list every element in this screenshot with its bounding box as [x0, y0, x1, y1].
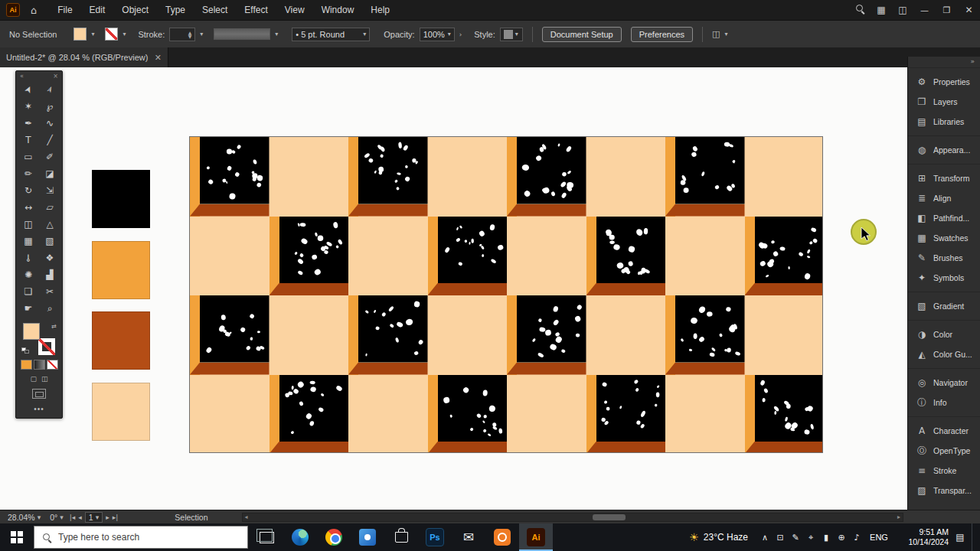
menu-effect[interactable]: Effect [236, 0, 276, 20]
artwork-swatch-orange[interactable] [92, 241, 150, 299]
close-button[interactable]: ✕ [958, 0, 980, 20]
panel-button-properties[interactable]: ⚙Properties [908, 72, 980, 92]
curvature-tool[interactable]: ∿ [39, 115, 60, 132]
screen-mode-icon[interactable] [32, 389, 46, 399]
column-graph-tool[interactable]: ▟ [39, 266, 60, 283]
fill-color-swatch[interactable] [74, 28, 87, 41]
slice-tool[interactable]: ✂ [39, 283, 60, 300]
gradient-mode-button[interactable] [34, 360, 45, 370]
taskbar-app-edge[interactable] [283, 523, 317, 551]
dock-collapse-icon[interactable]: » [908, 57, 980, 67]
hidden-icons-chevron[interactable]: ∧ [757, 533, 773, 543]
blend-tool[interactable]: ❖ [39, 249, 60, 266]
pen-tool[interactable]: ✒ [18, 115, 39, 132]
width-profile-dropdown[interactable] [214, 28, 270, 40]
panel-button-character[interactable]: ACharacter [908, 421, 980, 441]
collapse-panel-icon[interactable]: « [20, 73, 24, 80]
eraser-tool[interactable]: ◪ [39, 165, 60, 182]
first-artboard-icon[interactable]: |◂ [70, 514, 76, 521]
selection-tool[interactable]: ➤ [18, 81, 39, 98]
panel-button-gradient[interactable]: ▧Gradient [908, 296, 980, 316]
display-icon[interactable]: ⊡ [773, 533, 788, 543]
weather-widget[interactable]: ☀ 23°C Haze [689, 531, 748, 543]
taskbar-app-illustrator[interactable]: Ai [519, 523, 553, 551]
tab-close-icon[interactable]: ✕ [155, 53, 162, 63]
brush-definition-dropdown[interactable]: • 5 pt. Round ▾ [292, 28, 370, 41]
mesh-tool[interactable]: ▦ [18, 233, 39, 249]
menu-file[interactable]: File [49, 0, 80, 20]
menu-select[interactable]: Select [194, 0, 236, 20]
width-profile-arrow-icon[interactable]: ▾ [275, 31, 278, 37]
stroke-dropdown-arrow-icon[interactable]: ▾ [122, 31, 126, 37]
taskbar-app-screen-recorder[interactable] [485, 523, 519, 551]
document-tab[interactable]: Untitled-2* @ 28.04 % (RGB/Preview) ✕ [0, 47, 168, 67]
minimize-button[interactable]: — [913, 0, 936, 20]
default-fill-stroke-icon[interactable] [21, 347, 29, 354]
menu-object[interactable]: Object [113, 0, 157, 20]
illustrator-app-icon[interactable]: Ai [6, 3, 20, 17]
free-transform-tool[interactable]: ▱ [39, 199, 60, 216]
hand-tool[interactable]: ☛ [18, 300, 39, 317]
rectangle-tool[interactable]: ▭ [18, 148, 39, 165]
symbol-sprayer-tool[interactable]: ✺ [18, 266, 39, 283]
stroke-weight-spinner[interactable]: ▲▼ [188, 31, 192, 38]
taskbar-app-chrome[interactable] [317, 523, 351, 551]
taskbar-app-store[interactable] [384, 523, 418, 551]
artboard-tool[interactable]: ❏ [18, 283, 39, 300]
start-button[interactable] [0, 523, 34, 551]
artwork-swatch-dark-orange[interactable] [92, 311, 150, 370]
draw-normal-icon[interactable]: ▢ [30, 375, 37, 383]
language-indicator[interactable]: ENG [866, 533, 892, 542]
align-options-icon[interactable]: ◫ [712, 29, 720, 39]
horizontal-scrollbar[interactable]: ◂ ▸ [242, 513, 904, 522]
align-options-arrow-icon[interactable]: ▾ [724, 31, 727, 37]
close-panel-icon[interactable]: × [53, 73, 58, 80]
shape-builder-tool[interactable]: ◫ [18, 216, 39, 233]
action-center-icon[interactable]: ▤ [950, 532, 970, 543]
last-artboard-icon[interactable]: ▸| [113, 514, 119, 521]
preferences-button[interactable]: Preferences [631, 27, 693, 42]
panel-button-info[interactable]: ⓘInfo [908, 393, 980, 412]
taskbar-app-task-view[interactable] [250, 523, 283, 551]
volume-icon[interactable]: ♪ [849, 533, 864, 543]
panel-button-color[interactable]: ◑Color [908, 324, 980, 344]
rotation-dropdown[interactable]: 0° ▾ [47, 513, 67, 522]
scroll-left-icon[interactable]: ◂ [245, 514, 248, 520]
line-segment-tool[interactable]: ╱ [39, 132, 60, 148]
home-icon[interactable]: ⌂ [31, 5, 37, 16]
artwork-swatch-black[interactable] [92, 170, 150, 228]
menu-view[interactable]: View [276, 0, 313, 20]
panel-button-align[interactable]: ≣Align [908, 188, 980, 208]
direct-selection-tool[interactable]: ➢ [39, 81, 60, 98]
style-dropdown[interactable]: ▾ [500, 28, 523, 41]
edit-toolbar-icon[interactable]: ••• [16, 405, 62, 413]
swap-fill-stroke-icon[interactable]: ⇄ [51, 323, 57, 330]
panel-button-brushes[interactable]: ✎Brushes [908, 248, 980, 268]
magic-wand-tool[interactable]: ✶ [18, 98, 39, 115]
rotate-tool[interactable]: ↻ [18, 182, 39, 199]
lasso-tool[interactable]: ℘ [39, 98, 60, 115]
mic-icon[interactable]: ⌖ [803, 533, 818, 543]
scroll-right-icon[interactable]: ▸ [897, 514, 900, 520]
clock[interactable]: 9:51 AM 10/14/2024 [893, 527, 949, 547]
panel-button-appearance[interactable]: ◍Appeara... [908, 140, 980, 160]
panel-button-color-guide[interactable]: ◭Color Gu... [908, 344, 980, 364]
artwork-swatch-peach[interactable] [92, 383, 150, 441]
menu-help[interactable]: Help [362, 0, 398, 20]
restore-button[interactable]: ❐ [936, 0, 958, 20]
draw-behind-icon[interactable]: ◫ [41, 375, 48, 383]
opacity-more-icon[interactable]: › [459, 31, 462, 38]
menu-edit[interactable]: Edit [81, 0, 114, 20]
taskbar-app-photoshop[interactable]: Ps [418, 523, 452, 551]
width-tool[interactable]: ↔ [18, 199, 39, 216]
panel-button-opentype[interactable]: ⓄOpenType [908, 441, 980, 461]
color-mode-button[interactable] [21, 360, 32, 370]
panel-button-swatches[interactable]: ▦Swatches [908, 228, 980, 248]
perspective-grid-tool[interactable]: △ [39, 216, 60, 233]
panel-button-symbols[interactable]: ✦Symbols [908, 268, 980, 288]
zoom-tool[interactable]: ⌕ [39, 300, 60, 317]
taskbar-search-input[interactable]: Type here to search [34, 526, 248, 549]
stroke-color-swatch[interactable] [105, 28, 118, 41]
scale-tool[interactable]: ⇲ [39, 182, 60, 199]
gradient-tool[interactable]: ▧ [39, 233, 60, 249]
